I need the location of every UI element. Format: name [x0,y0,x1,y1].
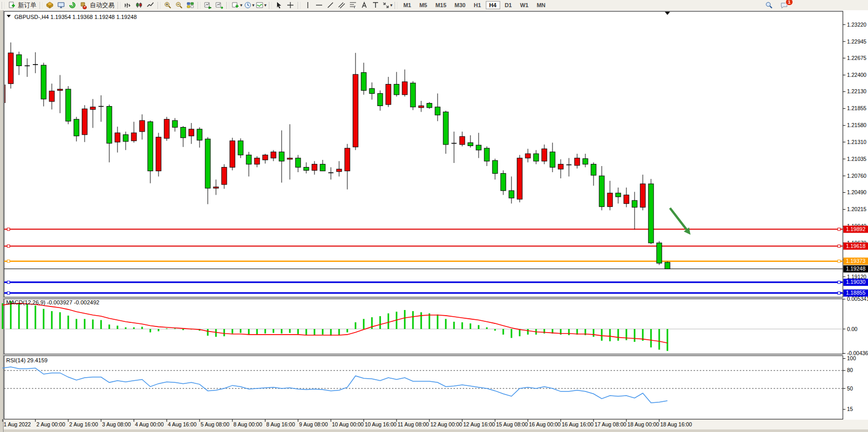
svg-text:16 Aug 00:00: 16 Aug 00:00 [529,421,561,427]
svg-text:1.21035: 1.21035 [847,156,866,162]
svg-text:15 Aug 08:00: 15 Aug 08:00 [496,421,528,427]
chart-window: 1.232201.229451.226751.224001.221301.218… [0,0,868,432]
svg-text:11 Aug 08:00: 11 Aug 08:00 [398,421,429,427]
svg-text:1.19892: 1.19892 [846,226,865,232]
svg-text:12 Aug 00:00: 12 Aug 00:00 [430,421,462,427]
svg-text:5 Aug 08:00: 5 Aug 08:00 [201,421,229,427]
svg-text:8 Aug 16:00: 8 Aug 16:00 [266,421,295,427]
chart-background [0,10,868,432]
window-left-edge [0,10,3,432]
svg-text:100: 100 [847,355,856,361]
svg-text:1.23220: 1.23220 [847,22,866,28]
svg-text:1.21310: 1.21310 [847,139,866,145]
svg-text:15: 15 [847,406,853,412]
svg-text:17 Aug 08:00: 17 Aug 08:00 [595,421,626,427]
svg-text:1 Aug 2022: 1 Aug 2022 [4,421,31,427]
rsi-label: RSI(14) 29.4159 [6,357,48,363]
chart-symbol-header: GBPUSD-,H4 1.19354 1.19368 1.19248 1.192… [7,14,137,20]
svg-text:10 Aug 00:00: 10 Aug 00:00 [332,421,364,427]
svg-text:3 Aug 08:00: 3 Aug 08:00 [102,421,131,427]
svg-text:0.00: 0.00 [847,326,858,332]
svg-text:1.22400: 1.22400 [847,72,866,78]
svg-text:1.22130: 1.22130 [847,88,866,94]
svg-text:50: 50 [847,385,853,392]
svg-text:18 Aug 00:00: 18 Aug 00:00 [627,421,659,427]
symbol-quote-text: GBPUSD-,H4 1.19354 1.19368 1.19248 1.192… [14,14,137,20]
svg-text:1.19373: 1.19373 [846,258,865,264]
svg-text:4 Aug 16:00: 4 Aug 16:00 [168,421,196,427]
svg-text:1.19248: 1.19248 [846,265,865,272]
svg-text:1.20760: 1.20760 [847,173,866,179]
svg-text:1.18855: 1.18855 [846,290,865,296]
svg-text:8 Aug 00:00: 8 Aug 00:00 [233,421,262,427]
svg-text:80: 80 [847,367,853,373]
svg-text:9 Aug 08:00: 9 Aug 08:00 [299,421,328,427]
svg-text:2 Aug 16:00: 2 Aug 16:00 [69,421,98,427]
svg-text:1.20215: 1.20215 [847,206,866,212]
macd-label: MACD(12,26,9) -0.003927 -0.002492 [6,299,100,305]
svg-text:4 Aug 00:00: 4 Aug 00:00 [135,421,164,427]
svg-text:10 Aug 16:00: 10 Aug 16:00 [365,421,397,427]
svg-text:1.21580: 1.21580 [847,122,866,128]
window-bottom-edge [0,429,868,432]
svg-text:1.19030: 1.19030 [846,279,865,285]
svg-text:1.20490: 1.20490 [847,189,866,195]
svg-text:1.19618: 1.19618 [846,243,865,249]
svg-text:2 Aug 00:00: 2 Aug 00:00 [36,421,65,427]
svg-text:12 Aug 16:00: 12 Aug 16:00 [463,421,495,427]
svg-text:1.22675: 1.22675 [847,55,866,61]
svg-text:1.22945: 1.22945 [847,38,866,45]
mt4-window: { "toolbar": { "groups": [ {"items":[{"n… [0,0,868,432]
svg-text:1.21855: 1.21855 [847,105,866,111]
svg-text:0.005341: 0.005341 [847,296,868,302]
svg-text:18 Aug 16:00: 18 Aug 16:00 [660,421,692,427]
svg-text:16 Aug 16:00: 16 Aug 16:00 [562,421,594,427]
